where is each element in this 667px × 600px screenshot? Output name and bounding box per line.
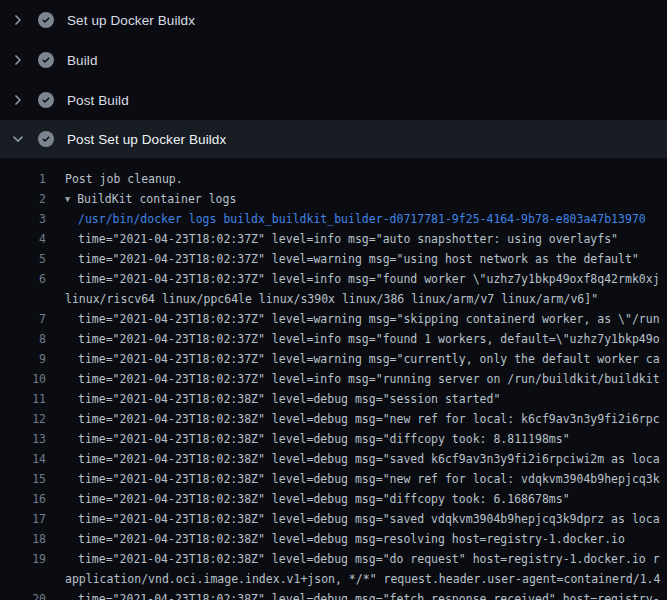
log-line-number[interactable]: 1 (0, 169, 46, 189)
log-line: 1Post job cleanup. (0, 169, 667, 189)
log-text: time="2021-04-23T18:02:38Z" level=debug … (78, 509, 667, 529)
step-label: Set up Docker Buildx (67, 13, 195, 28)
step-label: Post Build (67, 93, 129, 108)
log-line-number[interactable]: 8 (0, 329, 46, 349)
log-group-label[interactable]: BuildKit container logs (77, 192, 236, 206)
log-line-number[interactable]: 4 (0, 229, 46, 249)
log-line-number[interactable]: 16 (0, 489, 46, 509)
log-command-text: /usr/bin/docker logs buildx_buildkit_bui… (78, 209, 667, 229)
log-line-number[interactable]: 20 (0, 589, 46, 600)
log-line: 4time="2021-04-23T18:02:37Z" level=info … (0, 229, 667, 249)
log-text: application/vnd.oci.image.index.v1+json,… (65, 569, 667, 589)
chevron-right-icon[interactable] (10, 52, 26, 68)
log-line: 3/usr/bin/docker logs buildx_buildkit_bu… (0, 209, 667, 229)
log-line-number[interactable]: 19 (0, 549, 46, 569)
log-line: 12time="2021-04-23T18:02:38Z" level=debu… (0, 409, 667, 429)
actions-log-viewer: Set up Docker BuildxBuildPost BuildPost … (0, 0, 667, 600)
log-line-number[interactable]: 2 (0, 189, 46, 209)
log-line: 15time="2021-04-23T18:02:38Z" level=debu… (0, 469, 667, 489)
log-line-number[interactable]: 10 (0, 369, 46, 389)
check-circle-icon (38, 131, 54, 147)
log-line: 16time="2021-04-23T18:02:38Z" level=debu… (0, 489, 667, 509)
log-text: time="2021-04-23T18:02:37Z" level=info m… (78, 369, 667, 389)
log-line: 2▼BuildKit container logs (0, 189, 667, 209)
log-text: time="2021-04-23T18:02:37Z" level=info m… (78, 269, 667, 289)
log-line-number[interactable]: 12 (0, 409, 46, 429)
log-text: time="2021-04-23T18:02:37Z" level=warnin… (78, 349, 667, 369)
log-line: 18time="2021-04-23T18:02:38Z" level=debu… (0, 529, 667, 549)
log-text: time="2021-04-23T18:02:38Z" level=debug … (78, 489, 667, 509)
log-line: 5time="2021-04-23T18:02:37Z" level=warni… (0, 249, 667, 269)
log-line: 10time="2021-04-23T18:02:37Z" level=info… (0, 369, 667, 389)
log-text: time="2021-04-23T18:02:38Z" level=debug … (78, 589, 667, 600)
check-circle-icon (38, 12, 54, 28)
log-text: time="2021-04-23T18:02:38Z" level=debug … (78, 449, 667, 469)
step-label: Post Set up Docker Buildx (67, 132, 226, 147)
chevron-right-icon[interactable] (10, 12, 26, 28)
log-line: 9time="2021-04-23T18:02:37Z" level=warni… (0, 349, 667, 369)
log-line-number[interactable]: 13 (0, 429, 46, 449)
log-text: linux/riscv64 linux/ppc64le linux/s390x … (65, 289, 667, 309)
check-circle-icon (38, 52, 54, 68)
chevron-right-icon[interactable] (10, 92, 26, 108)
log-line-number[interactable]: 17 (0, 509, 46, 529)
log-text: time="2021-04-23T18:02:38Z" level=debug … (78, 429, 667, 449)
log-line-number[interactable]: 6 (0, 269, 46, 289)
log-text: time="2021-04-23T18:02:37Z" level=warnin… (78, 249, 667, 269)
log-line-continuation: linux/riscv64 linux/ppc64le linux/s390x … (0, 289, 667, 309)
log-text: time="2021-04-23T18:02:37Z" level=warnin… (78, 309, 667, 329)
step-row-set-up-docker-buildx[interactable]: Set up Docker Buildx (0, 0, 667, 40)
log-line-number[interactable]: 18 (0, 529, 46, 549)
log-line: 17time="2021-04-23T18:02:38Z" level=debu… (0, 509, 667, 529)
log-text: Post job cleanup. (65, 169, 667, 189)
log-line-number (0, 289, 46, 309)
log-text: time="2021-04-23T18:02:38Z" level=debug … (78, 389, 667, 409)
log-line-number[interactable]: 11 (0, 389, 46, 409)
log-text: time="2021-04-23T18:02:38Z" level=debug … (78, 549, 667, 569)
log-text: time="2021-04-23T18:02:38Z" level=debug … (78, 409, 667, 429)
log-text: time="2021-04-23T18:02:38Z" level=debug … (78, 469, 667, 489)
log-line: 19time="2021-04-23T18:02:38Z" level=debu… (0, 549, 667, 569)
steps-list: Set up Docker BuildxBuildPost BuildPost … (0, 0, 667, 158)
log-line: 8time="2021-04-23T18:02:37Z" level=info … (0, 329, 667, 349)
step-row-build[interactable]: Build (0, 40, 667, 80)
log-area: 1Post job cleanup.2▼BuildKit container l… (0, 158, 667, 600)
log-text: time="2021-04-23T18:02:38Z" level=debug … (78, 529, 667, 549)
log-line: 7time="2021-04-23T18:02:37Z" level=warni… (0, 309, 667, 329)
step-row-post-set-up-docker-buildx[interactable]: Post Set up Docker Buildx (0, 120, 667, 158)
log-line-number[interactable]: 9 (0, 349, 46, 369)
log-line-number[interactable]: 5 (0, 249, 46, 269)
group-collapse-triangle-icon[interactable]: ▼ (65, 189, 70, 209)
log-line-number[interactable]: 3 (0, 209, 46, 229)
log-line-number[interactable]: 7 (0, 309, 46, 329)
log-line-number (0, 569, 46, 589)
log-group-header: ▼BuildKit container logs (65, 189, 667, 209)
log-line: 20time="2021-04-23T18:02:38Z" level=debu… (0, 589, 667, 600)
log-line: 11time="2021-04-23T18:02:38Z" level=debu… (0, 389, 667, 409)
log-text: time="2021-04-23T18:02:37Z" level=info m… (78, 329, 667, 349)
log-text: time="2021-04-23T18:02:37Z" level=info m… (78, 229, 667, 249)
log-line-number[interactable]: 15 (0, 469, 46, 489)
log-line: 6time="2021-04-23T18:02:37Z" level=info … (0, 269, 667, 289)
step-row-post-build[interactable]: Post Build (0, 80, 667, 120)
log-line: 14time="2021-04-23T18:02:38Z" level=debu… (0, 449, 667, 469)
log-line-number[interactable]: 14 (0, 449, 46, 469)
check-circle-icon (38, 92, 54, 108)
chevron-down-icon[interactable] (10, 131, 26, 147)
log-line: 13time="2021-04-23T18:02:38Z" level=debu… (0, 429, 667, 449)
log-line-continuation: application/vnd.oci.image.index.v1+json,… (0, 569, 667, 589)
step-label: Build (67, 53, 98, 68)
